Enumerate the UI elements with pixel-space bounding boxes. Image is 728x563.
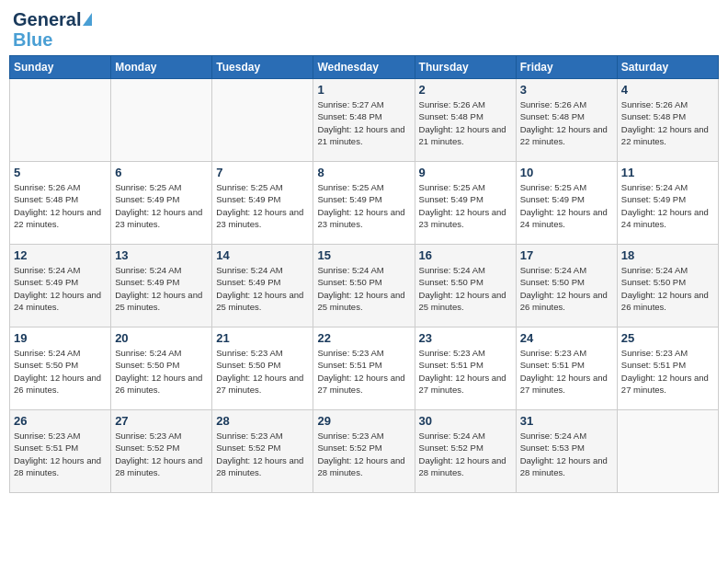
calendar-cell: 7Sunrise: 5:25 AM Sunset: 5:49 PM Daylig… <box>212 162 313 245</box>
calendar-table: SundayMondayTuesdayWednesdayThursdayFrid… <box>9 55 719 493</box>
day-number: 14 <box>216 248 309 262</box>
calendar-cell: 10Sunrise: 5:25 AM Sunset: 5:49 PM Dayli… <box>516 162 617 245</box>
page-header: General Blue <box>9 9 719 50</box>
day-info: Sunrise: 5:25 AM Sunset: 5:49 PM Dayligh… <box>216 181 309 230</box>
calendar-week-row: 19Sunrise: 5:24 AM Sunset: 5:50 PM Dayli… <box>10 327 719 410</box>
calendar-cell: 8Sunrise: 5:25 AM Sunset: 5:49 PM Daylig… <box>313 162 415 245</box>
day-info: Sunrise: 5:23 AM Sunset: 5:52 PM Dayligh… <box>317 430 410 478</box>
day-info: Sunrise: 5:26 AM Sunset: 5:48 PM Dayligh… <box>621 98 714 147</box>
calendar-cell: 30Sunrise: 5:24 AM Sunset: 5:52 PM Dayli… <box>415 410 516 493</box>
day-info: Sunrise: 5:23 AM Sunset: 5:51 PM Dayligh… <box>419 347 512 396</box>
day-info: Sunrise: 5:23 AM Sunset: 5:52 PM Dayligh… <box>216 430 309 478</box>
calendar-cell <box>111 79 212 162</box>
calendar-cell: 2Sunrise: 5:26 AM Sunset: 5:48 PM Daylig… <box>415 79 516 162</box>
day-info: Sunrise: 5:24 AM Sunset: 5:50 PM Dayligh… <box>14 347 107 396</box>
calendar-cell: 12Sunrise: 5:24 AM Sunset: 5:49 PM Dayli… <box>10 245 111 327</box>
day-number: 20 <box>115 331 208 345</box>
day-info: Sunrise: 5:24 AM Sunset: 5:50 PM Dayligh… <box>419 264 512 313</box>
day-info: Sunrise: 5:24 AM Sunset: 5:50 PM Dayligh… <box>520 264 613 313</box>
day-number: 11 <box>621 166 714 179</box>
calendar-cell: 28Sunrise: 5:23 AM Sunset: 5:52 PM Dayli… <box>212 410 313 493</box>
calendar-cell: 22Sunrise: 5:23 AM Sunset: 5:51 PM Dayli… <box>313 327 415 410</box>
day-number: 25 <box>621 331 714 345</box>
day-info: Sunrise: 5:23 AM Sunset: 5:52 PM Dayligh… <box>115 430 208 478</box>
day-info: Sunrise: 5:24 AM Sunset: 5:50 PM Dayligh… <box>621 264 714 313</box>
calendar-cell: 29Sunrise: 5:23 AM Sunset: 5:52 PM Dayli… <box>313 410 415 493</box>
day-info: Sunrise: 5:24 AM Sunset: 5:49 PM Dayligh… <box>14 264 107 313</box>
calendar-cell: 1Sunrise: 5:27 AM Sunset: 5:48 PM Daylig… <box>313 79 415 162</box>
day-number: 23 <box>419 331 512 345</box>
weekday-header: Wednesday <box>313 56 415 79</box>
day-info: Sunrise: 5:26 AM Sunset: 5:48 PM Dayligh… <box>419 98 512 147</box>
day-info: Sunrise: 5:27 AM Sunset: 5:48 PM Dayligh… <box>317 98 410 147</box>
day-info: Sunrise: 5:23 AM Sunset: 5:51 PM Dayligh… <box>14 430 107 478</box>
calendar-body: 1Sunrise: 5:27 AM Sunset: 5:48 PM Daylig… <box>10 79 719 493</box>
calendar-cell: 18Sunrise: 5:24 AM Sunset: 5:50 PM Dayli… <box>617 245 718 327</box>
day-number: 24 <box>520 331 613 345</box>
calendar-cell: 11Sunrise: 5:24 AM Sunset: 5:49 PM Dayli… <box>617 162 718 245</box>
calendar-cell: 3Sunrise: 5:26 AM Sunset: 5:48 PM Daylig… <box>516 79 617 162</box>
day-info: Sunrise: 5:24 AM Sunset: 5:50 PM Dayligh… <box>317 264 410 313</box>
calendar-week-row: 1Sunrise: 5:27 AM Sunset: 5:48 PM Daylig… <box>10 79 719 162</box>
day-number: 31 <box>520 414 613 428</box>
calendar-cell: 16Sunrise: 5:24 AM Sunset: 5:50 PM Dayli… <box>415 245 516 327</box>
calendar-cell <box>10 79 111 162</box>
day-number: 15 <box>317 248 410 262</box>
day-number: 6 <box>115 166 208 179</box>
weekday-header: Tuesday <box>212 56 313 79</box>
day-number: 26 <box>14 414 107 428</box>
calendar-cell: 15Sunrise: 5:24 AM Sunset: 5:50 PM Dayli… <box>313 245 415 327</box>
day-number: 12 <box>14 248 107 262</box>
weekday-header: Friday <box>516 56 617 79</box>
day-number: 3 <box>520 83 613 97</box>
day-info: Sunrise: 5:26 AM Sunset: 5:48 PM Dayligh… <box>520 98 613 147</box>
calendar-cell: 20Sunrise: 5:24 AM Sunset: 5:50 PM Dayli… <box>111 327 212 410</box>
day-number: 16 <box>419 248 512 262</box>
day-info: Sunrise: 5:26 AM Sunset: 5:48 PM Dayligh… <box>14 181 107 230</box>
logo-triangle-icon <box>83 13 92 26</box>
calendar-cell <box>212 79 313 162</box>
day-number: 18 <box>621 248 714 262</box>
weekday-header: Thursday <box>415 56 516 79</box>
day-number: 22 <box>317 331 410 345</box>
day-number: 1 <box>317 83 410 97</box>
calendar-cell: 31Sunrise: 5:24 AM Sunset: 5:53 PM Dayli… <box>516 410 617 493</box>
day-info: Sunrise: 5:25 AM Sunset: 5:49 PM Dayligh… <box>115 181 208 230</box>
day-number: 9 <box>419 166 512 179</box>
day-info: Sunrise: 5:24 AM Sunset: 5:53 PM Dayligh… <box>520 430 613 478</box>
day-number: 17 <box>520 248 613 262</box>
calendar-cell: 21Sunrise: 5:23 AM Sunset: 5:50 PM Dayli… <box>212 327 313 410</box>
calendar-cell: 9Sunrise: 5:25 AM Sunset: 5:49 PM Daylig… <box>415 162 516 245</box>
day-number: 27 <box>115 414 208 428</box>
calendar-week-row: 5Sunrise: 5:26 AM Sunset: 5:48 PM Daylig… <box>10 162 719 245</box>
day-number: 2 <box>419 83 512 97</box>
day-info: Sunrise: 5:24 AM Sunset: 5:49 PM Dayligh… <box>621 181 714 230</box>
calendar-cell: 27Sunrise: 5:23 AM Sunset: 5:52 PM Dayli… <box>111 410 212 493</box>
day-info: Sunrise: 5:23 AM Sunset: 5:51 PM Dayligh… <box>520 347 613 396</box>
calendar-cell: 4Sunrise: 5:26 AM Sunset: 5:48 PM Daylig… <box>617 79 718 162</box>
day-number: 28 <box>216 414 309 428</box>
calendar-cell: 26Sunrise: 5:23 AM Sunset: 5:51 PM Dayli… <box>10 410 111 493</box>
calendar-cell: 17Sunrise: 5:24 AM Sunset: 5:50 PM Dayli… <box>516 245 617 327</box>
logo: General Blue <box>13 9 92 50</box>
day-number: 21 <box>216 331 309 345</box>
day-info: Sunrise: 5:25 AM Sunset: 5:49 PM Dayligh… <box>520 181 613 230</box>
logo-text-blue: Blue <box>13 29 52 50</box>
day-info: Sunrise: 5:24 AM Sunset: 5:50 PM Dayligh… <box>115 347 208 396</box>
day-number: 30 <box>419 414 512 428</box>
weekday-header: Saturday <box>617 56 718 79</box>
calendar-cell: 14Sunrise: 5:24 AM Sunset: 5:49 PM Dayli… <box>212 245 313 327</box>
calendar-cell: 5Sunrise: 5:26 AM Sunset: 5:48 PM Daylig… <box>10 162 111 245</box>
calendar-cell: 13Sunrise: 5:24 AM Sunset: 5:49 PM Dayli… <box>111 245 212 327</box>
calendar-week-row: 12Sunrise: 5:24 AM Sunset: 5:49 PM Dayli… <box>10 245 719 327</box>
day-info: Sunrise: 5:24 AM Sunset: 5:49 PM Dayligh… <box>216 264 309 313</box>
day-info: Sunrise: 5:25 AM Sunset: 5:49 PM Dayligh… <box>419 181 512 230</box>
calendar-header: SundayMondayTuesdayWednesdayThursdayFrid… <box>10 56 719 79</box>
day-number: 8 <box>317 166 410 179</box>
weekday-header: Monday <box>111 56 212 79</box>
day-number: 10 <box>520 166 613 179</box>
calendar-cell <box>617 410 718 493</box>
day-info: Sunrise: 5:25 AM Sunset: 5:49 PM Dayligh… <box>317 181 410 230</box>
day-info: Sunrise: 5:24 AM Sunset: 5:52 PM Dayligh… <box>419 430 512 478</box>
calendar-cell: 19Sunrise: 5:24 AM Sunset: 5:50 PM Dayli… <box>10 327 111 410</box>
